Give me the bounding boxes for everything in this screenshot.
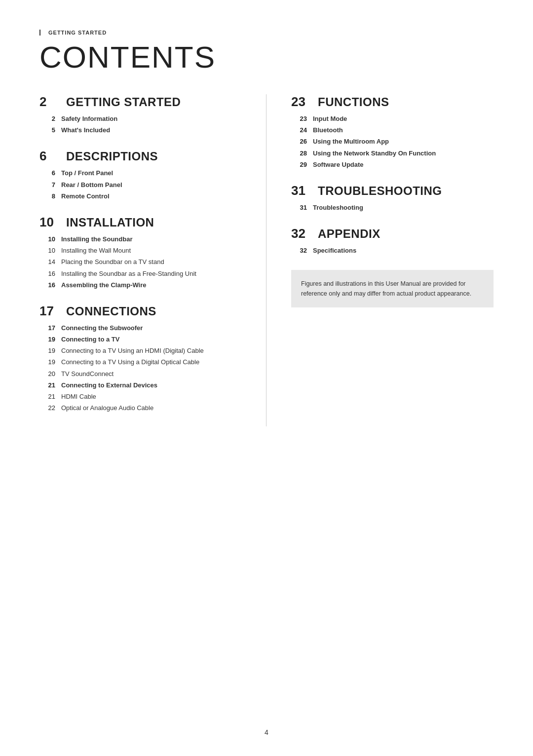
toc-item: 10Installing the Soundbar: [39, 235, 246, 244]
toc-item-label: Connecting to External Devices: [61, 381, 157, 390]
section-number: 32: [291, 226, 311, 241]
toc-item: 8Remote Control: [39, 192, 246, 201]
toc-item-label: Remote Control: [61, 192, 110, 201]
toc-item-number: 19: [41, 347, 55, 354]
toc-item-number: 32: [293, 247, 307, 254]
toc-item-number: 22: [41, 404, 55, 412]
toc-item-number: 6: [41, 169, 55, 177]
toc-item: 7Rear / Bottom Panel: [39, 181, 246, 189]
toc-item-number: 5: [41, 126, 55, 134]
toc-item-label: Assembling the Clamp-Wire: [61, 281, 147, 290]
toc-section: 10INSTALLATION10Installing the Soundbar1…: [39, 215, 246, 290]
section-title: GETTING STARTED: [66, 95, 181, 109]
toc-item-label: Connecting to a TV Using an HDMI (Digita…: [61, 346, 204, 355]
toc-item-number: 8: [41, 192, 55, 200]
toc-item-number: 19: [41, 336, 55, 343]
toc-item: 31Troubleshooting: [291, 203, 494, 212]
page-container: GETTING STARTED CONTENTS 2GETTING STARTE…: [0, 0, 533, 756]
toc-item-label: Installing the Soundbar: [61, 235, 132, 244]
toc-item: 16Installing the Soundbar as a Free-Stan…: [39, 269, 246, 278]
toc-item-label: Connecting to a TV Using a Digital Optic…: [61, 358, 199, 367]
toc-item-number: 7: [41, 181, 55, 189]
toc-item-number: 10: [41, 247, 55, 254]
section-number: 31: [291, 183, 311, 198]
toc-section: 32APPENDIX32Specifications: [291, 226, 494, 255]
toc-item: 26Using the Multiroom App: [291, 137, 494, 146]
section-number: 10: [39, 215, 59, 230]
toc-item: 19Connecting to a TV: [39, 335, 246, 344]
toc-item: 21HDMI Cable: [39, 392, 246, 401]
toc-item-label: Top / Front Panel: [61, 169, 113, 178]
toc-item-label: Troubleshooting: [313, 203, 363, 212]
section-header: 17CONNECTIONS: [39, 303, 246, 319]
section-header: 23FUNCTIONS: [291, 94, 494, 110]
section-title: INSTALLATION: [66, 216, 154, 229]
section-header: 10INSTALLATION: [39, 215, 246, 230]
toc-item-label: HDMI Cable: [61, 392, 96, 401]
toc-item-label: Using the Network Standby On Function: [313, 149, 436, 158]
toc-item-label: Connecting to a TV: [61, 335, 119, 344]
toc-item-label: Safety Information: [61, 114, 117, 123]
toc-item-number: 19: [41, 358, 55, 366]
toc-item-number: 14: [41, 258, 55, 265]
note-box: Figures and illustrations in this User M…: [291, 270, 494, 307]
toc-item: 20TV SoundConnect: [39, 370, 246, 378]
toc-item-number: 21: [41, 393, 55, 400]
section-number: 17: [39, 303, 59, 319]
section-title: DESCRIPTIONS: [66, 150, 158, 163]
toc-item-label: Bluetooth: [313, 126, 343, 135]
toc-item-label: Optical or Analogue Audio Cable: [61, 404, 153, 413]
toc-item-number: 28: [293, 150, 307, 157]
toc-item-number: 23: [293, 115, 307, 122]
toc-item-number: 29: [293, 161, 307, 168]
toc-section: 31TROUBLESHOOTING31Troubleshooting: [291, 183, 494, 212]
toc-item: 22Optical or Analogue Audio Cable: [39, 404, 246, 413]
section-title: TROUBLESHOOTING: [318, 184, 442, 198]
toc-item: 19Connecting to a TV Using an HDMI (Digi…: [39, 346, 246, 355]
toc-item-label: Specifications: [313, 246, 356, 255]
toc-item-number: 10: [41, 235, 55, 243]
toc-item-number: 21: [41, 381, 55, 389]
toc-item: 16Assembling the Clamp-Wire: [39, 281, 246, 290]
toc-item-label: TV SoundConnect: [61, 370, 114, 378]
top-label: GETTING STARTED: [39, 30, 494, 36]
page-number: 4: [265, 728, 268, 736]
toc-item-label: Installing the Wall Mount: [61, 246, 131, 255]
toc-item-number: 16: [41, 270, 55, 277]
toc-item: 14Placing the Soundbar on a TV stand: [39, 258, 246, 266]
toc-item: 10Installing the Wall Mount: [39, 246, 246, 255]
toc-item: 24Bluetooth: [291, 126, 494, 135]
toc-item-label: Using the Multiroom App: [313, 137, 389, 146]
section-title: APPENDIX: [318, 227, 381, 241]
right-column: 23FUNCTIONS23Input Mode24Bluetooth26Usin…: [266, 94, 494, 426]
toc-item-label: Input Mode: [313, 114, 347, 123]
toc-item-number: 24: [293, 126, 307, 134]
toc-item-number: 2: [41, 115, 55, 122]
section-header: 32APPENDIX: [291, 226, 494, 241]
section-title: FUNCTIONS: [318, 95, 389, 109]
toc-item-label: Placing the Soundbar on a TV stand: [61, 258, 164, 266]
toc-item: 21Connecting to External Devices: [39, 381, 246, 390]
toc-columns: 2GETTING STARTED2Safety Information5What…: [39, 94, 494, 426]
toc-item: 2Safety Information: [39, 114, 246, 123]
toc-item: 19Connecting to a TV Using a Digital Opt…: [39, 358, 246, 367]
toc-item: 23Input Mode: [291, 114, 494, 123]
toc-item: 6Top / Front Panel: [39, 169, 246, 178]
left-column: 2GETTING STARTED2Safety Information5What…: [39, 94, 266, 426]
section-title: CONNECTIONS: [66, 304, 156, 318]
toc-item-label: Rear / Bottom Panel: [61, 181, 122, 189]
toc-item: 29Software Update: [291, 160, 494, 169]
page-title: CONTENTS: [39, 39, 494, 75]
toc-item-number: 31: [293, 204, 307, 211]
toc-item-number: 17: [41, 324, 55, 332]
toc-item-number: 20: [41, 370, 55, 378]
toc-item: 5What's Included: [39, 126, 246, 135]
toc-item-number: 16: [41, 281, 55, 289]
toc-item-label: What's Included: [61, 126, 110, 135]
toc-section: 17CONNECTIONS17Connecting the Subwoofer1…: [39, 303, 246, 413]
toc-section: 6DESCRIPTIONS6Top / Front Panel7Rear / B…: [39, 149, 246, 201]
toc-section: 23FUNCTIONS23Input Mode24Bluetooth26Usin…: [291, 94, 494, 169]
section-header: 31TROUBLESHOOTING: [291, 183, 494, 198]
toc-item-label: Installing the Soundbar as a Free-Standi…: [61, 269, 196, 278]
toc-item-number: 26: [293, 138, 307, 145]
